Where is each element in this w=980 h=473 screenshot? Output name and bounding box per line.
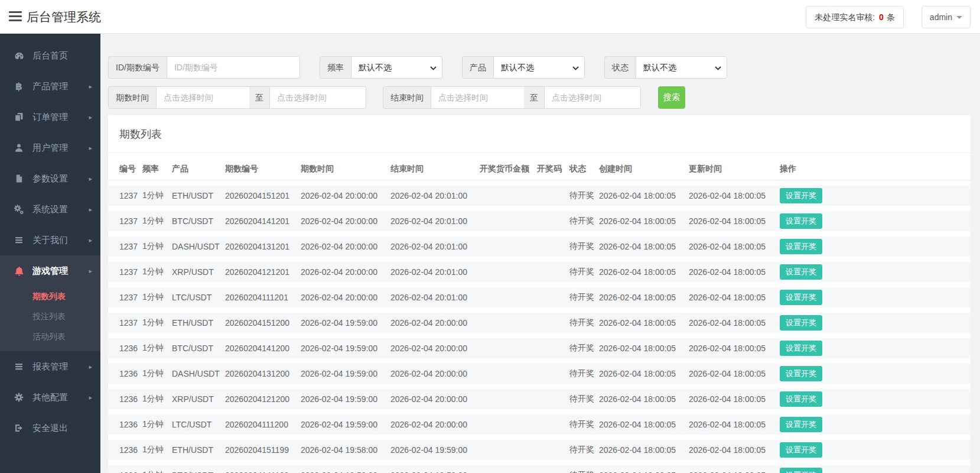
sidebar-subitem-bet-list[interactable]: 投注列表 — [0, 306, 100, 326]
menu-toggle-icon[interactable] — [9, 11, 22, 22]
cell-draw-amount — [475, 211, 532, 231]
cell-product: ETH/USDT — [167, 186, 220, 206]
cell-period-no: 20260204121200 — [220, 389, 296, 409]
cell-draw-code — [532, 237, 565, 257]
period-time-end-input[interactable] — [269, 86, 366, 109]
chevron-right-icon: ▸ — [89, 175, 92, 183]
sidebar-subitem-period-list[interactable]: 期数列表 — [0, 286, 100, 306]
sidebar-item-game[interactable]: 游戏管理▸ — [0, 255, 100, 286]
sidebar-item-system[interactable]: 系统设置▸ — [0, 194, 100, 225]
cell-draw-amount — [475, 313, 532, 333]
column-header: 更新时间 — [684, 158, 775, 180]
column-header: 期数编号 — [220, 158, 296, 180]
status-filter-label: 状态 — [604, 56, 636, 79]
set-draw-button[interactable]: 设置开奖 — [780, 391, 822, 407]
status-select[interactable]: 默认不选 — [636, 56, 727, 79]
cell-updated-time: 2026-02-04 18:00:05 — [684, 237, 775, 257]
cell-action: 设置开奖 — [775, 313, 971, 333]
set-draw-button[interactable]: 设置开奖 — [780, 239, 822, 254]
cell-draw-code — [532, 414, 565, 435]
set-draw-button[interactable]: 设置开奖 — [780, 442, 822, 458]
chevron-right-icon: ▸ — [89, 363, 92, 371]
cell-end-time: 2026-02-04 20:01:00 — [386, 287, 475, 307]
frequency-select[interactable]: 默认不选 — [351, 56, 442, 79]
user-menu-button[interactable]: admin — [922, 6, 971, 28]
sidebar-item-logout[interactable]: 安全退出 — [0, 413, 100, 443]
sidebar-item-order[interactable]: 订单管理▸ — [0, 102, 100, 132]
frequency-select-value: 默认不选 — [359, 63, 392, 72]
table-row: 123651分钟ETH/USDT202602041511992026-02-04… — [108, 440, 971, 460]
cell-product: XRP/USDT — [167, 389, 220, 409]
cell-draw-amount — [475, 440, 532, 460]
cell-status: 待开奖 — [565, 414, 594, 435]
product-select[interactable]: 默认不选 — [493, 56, 585, 79]
column-header: 期数时间 — [296, 158, 386, 180]
cell-action: 设置开奖 — [775, 237, 971, 257]
chevron-down-icon — [715, 66, 721, 70]
cell-action: 设置开奖 — [775, 211, 971, 231]
sidebar-item-label: 后台首页 — [32, 50, 68, 61]
cell-period-time: 2026-02-04 19:59:00 — [296, 414, 386, 435]
cell-created-time: 2026-02-04 18:00:05 — [594, 287, 684, 307]
cell-end-time: 2026-02-04 20:00:00 — [386, 364, 475, 384]
cell-action: 设置开奖 — [775, 338, 971, 358]
sidebar-item-other[interactable]: 其他配置▸ — [0, 382, 100, 413]
cell-id: 12375 — [108, 186, 138, 206]
end-time-start-input[interactable] — [431, 86, 524, 109]
sidebar-subitem-activity-list[interactable]: 活动列表 — [0, 326, 100, 346]
column-header: 操作 — [775, 158, 971, 180]
cell-period-time: 2026-02-04 19:59:00 — [296, 338, 386, 358]
sidebar-item-about[interactable]: 关于我们▸ — [0, 225, 100, 255]
cell-draw-code — [532, 262, 565, 282]
id-filter-label: ID/期数编号 — [108, 56, 167, 79]
cell-created-time: 2026-02-04 18:00:05 — [594, 465, 684, 473]
id-filter-input[interactable] — [167, 56, 300, 79]
period-list-panel: 期数列表 编号频率产品期数编号期数时间结束时间开奖货币金额开奖码状态创建时间更新… — [108, 115, 971, 473]
cell-created-time: 2026-02-04 18:00:05 — [594, 440, 684, 460]
pending-review-count: 0 — [879, 12, 884, 22]
sidebar-item-user[interactable]: 用户管理▸ — [0, 132, 100, 163]
set-draw-button[interactable]: 设置开奖 — [780, 264, 822, 280]
cell-created-time: 2026-02-04 18:00:05 — [594, 338, 684, 358]
cell-status: 待开奖 — [565, 440, 594, 460]
gear-icon — [13, 393, 25, 402]
set-draw-button[interactable]: 设置开奖 — [780, 213, 822, 229]
cell-frequency: 1分钟 — [138, 465, 167, 473]
chevron-right-icon: ▸ — [89, 144, 92, 152]
cell-end-time: 2026-02-04 19:59:00 — [386, 440, 475, 460]
set-draw-button[interactable]: 设置开奖 — [780, 417, 822, 432]
set-draw-button[interactable]: 设置开奖 — [780, 366, 822, 381]
cell-status: 待开奖 — [565, 389, 594, 409]
end-time-to-label: 至 — [524, 86, 544, 109]
cell-period-no: 20260204141200 — [220, 338, 296, 358]
search-button[interactable]: 搜索 — [658, 86, 685, 109]
cell-action: 设置开奖 — [775, 186, 971, 206]
cell-action: 设置开奖 — [775, 440, 971, 460]
sidebar-item-product[interactable]: ฿产品管理▸ — [0, 71, 100, 102]
set-draw-button[interactable]: 设置开奖 — [780, 341, 822, 356]
period-time-start-input[interactable] — [156, 86, 249, 109]
cell-end-time: 2026-02-04 20:01:00 — [386, 186, 475, 206]
cell-status: 待开奖 — [565, 287, 594, 307]
set-draw-button[interactable]: 设置开奖 — [780, 290, 822, 305]
period-time-label: 期数时间 — [108, 86, 156, 109]
sidebar-item-home[interactable]: 后台首页 — [0, 40, 100, 71]
sidebar-item-report[interactable]: 报表管理▸ — [0, 351, 100, 382]
cell-period-time: 2026-02-04 19:59:00 — [296, 313, 386, 333]
cell-frequency: 1分钟 — [138, 414, 167, 435]
cell-product: BTC/USDT — [167, 211, 220, 231]
frequency-filter-label: 频率 — [320, 56, 351, 79]
set-draw-button[interactable]: 设置开奖 — [780, 468, 822, 473]
cell-status: 待开奖 — [565, 364, 594, 384]
table-row: 123661分钟LTC/USDT202602041112002026-02-04… — [108, 414, 971, 435]
pending-review-button[interactable]: 未处理实名审核:0条 — [806, 6, 904, 28]
sidebar-item-params[interactable]: 参数设置▸ — [0, 163, 100, 194]
end-time-end-input[interactable] — [544, 86, 641, 109]
set-draw-button[interactable]: 设置开奖 — [780, 315, 822, 331]
period-table: 编号频率产品期数编号期数时间结束时间开奖货币金额开奖码状态创建时间更新时间操作 … — [108, 153, 971, 473]
cell-period-time: 2026-02-04 19:59:00 — [296, 389, 386, 409]
gears-icon — [13, 205, 25, 215]
cell-frequency: 1分钟 — [138, 440, 167, 460]
cell-updated-time: 2026-02-04 18:00:05 — [684, 414, 775, 435]
set-draw-button[interactable]: 设置开奖 — [780, 188, 822, 203]
